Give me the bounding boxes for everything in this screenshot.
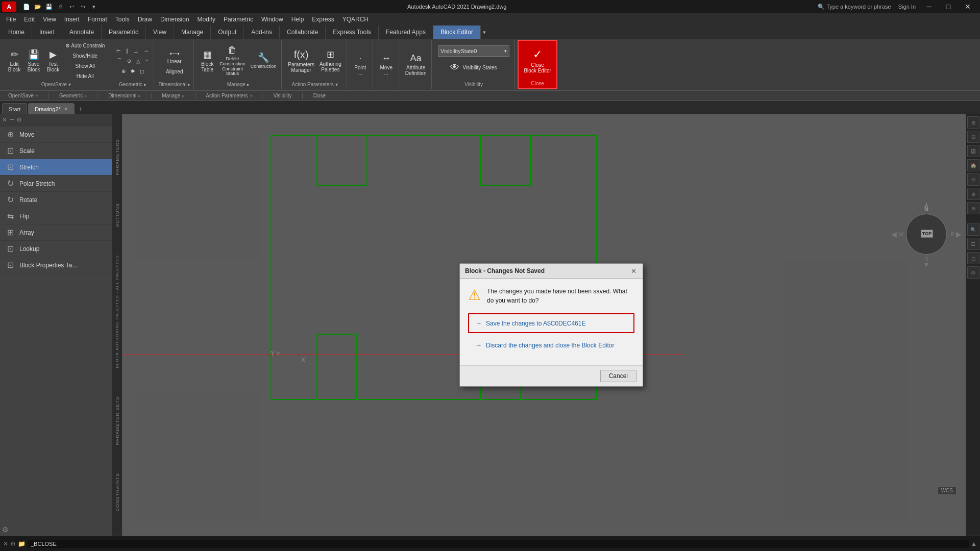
menu-file[interactable]: File: [2, 13, 20, 26]
tab-view[interactable]: View: [146, 26, 174, 39]
tab-annotate[interactable]: Annotate: [62, 26, 102, 39]
menu-yqarch[interactable]: YQARCH: [338, 13, 373, 26]
menu-format[interactable]: Format: [84, 13, 111, 26]
linear-button[interactable]: ⟷ Linear: [165, 46, 184, 67]
close-btn[interactable]: ✕: [959, 0, 977, 13]
geom-btn-4[interactable]: ↔: [141, 46, 151, 55]
menu-edit[interactable]: Edit: [20, 13, 39, 26]
tab-parametric[interactable]: Parametric: [102, 26, 146, 39]
expand-icon[interactable]: ▾: [89, 2, 99, 12]
visibility-states-button[interactable]: 👁 Visibility States: [436, 59, 511, 77]
geom-btn-10[interactable]: ✱: [129, 66, 137, 76]
open-file-icon[interactable]: 📂: [33, 2, 43, 12]
geom-btn-6[interactable]: ⊙: [125, 56, 133, 65]
cmd-folder-icon[interactable]: 📁: [18, 540, 26, 547]
command-input[interactable]: [28, 540, 969, 548]
geom-btn-7[interactable]: △: [134, 56, 142, 65]
open-save-label: Open/Save ▾: [41, 82, 71, 88]
new-tab-button[interactable]: +: [76, 104, 86, 114]
maximize-btn[interactable]: □: [939, 0, 958, 13]
palette-item-rotate[interactable]: ↻ Rotate: [0, 192, 122, 208]
palette-item-scale[interactable]: ⊡ Scale: [0, 143, 122, 159]
ribbon-group-dimensional: ⟷ Linear Aligned Dimensional ▸: [155, 40, 194, 89]
parameters-manager-button[interactable]: f(x) ParametersManager: [286, 46, 316, 76]
menu-draw[interactable]: Draw: [134, 13, 156, 26]
menu-tools[interactable]: Tools: [111, 13, 134, 26]
tab-block-editor[interactable]: Block Editor: [433, 26, 481, 39]
visibility-state-dropdown[interactable]: VisibilityState0 ▾: [438, 45, 509, 57]
authoring-palettes-button[interactable]: ⊞ AuthoringPalettes: [317, 46, 344, 76]
geom-btn-5[interactable]: ⌒: [115, 56, 124, 65]
tab-manage[interactable]: Manage: [174, 26, 211, 39]
tab-express-tools[interactable]: Express Tools: [326, 26, 378, 39]
palette-item-array[interactable]: ⊞ Array: [0, 224, 122, 241]
minimize-btn[interactable]: ─: [920, 0, 938, 13]
hide-all-button[interactable]: Hide All: [63, 71, 107, 81]
move-ribbon-button[interactable]: ↔ Move...: [377, 50, 396, 80]
palette-item-lookup[interactable]: ⊡ Lookup: [0, 241, 122, 257]
tab-featured-apps[interactable]: Featured Apps: [379, 26, 433, 39]
palette-close-icon[interactable]: ✕: [2, 116, 7, 123]
sign-in[interactable]: Sign In: [895, 4, 919, 10]
tab-drawing2[interactable]: Drawing2* ✕: [28, 103, 75, 114]
menu-express[interactable]: Express: [308, 13, 338, 26]
point-button[interactable]: · Point...: [351, 50, 370, 80]
palette-item-flip[interactable]: ⇆ Flip: [0, 208, 122, 224]
save-changes-option[interactable]: → Save the changes to A$C0DEC461E: [468, 313, 634, 333]
delete-construction-button[interactable]: 🗑 DeleteConstructionConstraintStatus: [217, 46, 248, 76]
cancel-button[interactable]: Cancel: [600, 370, 636, 382]
tab-close-icon[interactable]: ✕: [64, 106, 68, 112]
palette-options-icon[interactable]: ⚙: [16, 116, 22, 123]
show-all-button[interactable]: Show All: [63, 61, 107, 70]
tab-output[interactable]: Output: [211, 26, 244, 39]
tab-collaborate[interactable]: Collaborate: [280, 26, 326, 39]
redo-icon[interactable]: ↪: [78, 2, 88, 12]
geom-btn-8[interactable]: ≡: [143, 56, 151, 65]
construction-button[interactable]: 🔧 Construction: [249, 46, 279, 76]
palette-item-stretch[interactable]: ⊡ Stretch: [0, 159, 122, 176]
ribbon-expand[interactable]: ▾: [483, 29, 486, 36]
edit-block-button[interactable]: ✏ EditBlock: [5, 46, 23, 76]
palette-item-block-properties[interactable]: ⊡ Block Properties Ta...: [0, 257, 122, 273]
modal-close-icon[interactable]: ✕: [629, 267, 638, 275]
menu-modify[interactable]: Modify: [193, 13, 219, 26]
palette-item-polar-stretch[interactable]: ↻ Polar Stretch: [0, 176, 122, 192]
tab-insert[interactable]: Insert: [32, 26, 62, 39]
canvas-area[interactable]: Y X TOP N S E W ▲ ▼ ▶ ◀ WCS ⊞ ⊟ 🖼 🏠: [122, 114, 980, 536]
auto-constrain-button[interactable]: ⚙ Auto Constrain: [63, 41, 107, 50]
palette-pin-icon[interactable]: ⊢: [9, 116, 14, 123]
geom-btn-9[interactable]: ⊕: [119, 66, 128, 76]
menu-dimension[interactable]: Dimension: [156, 13, 193, 26]
geom-btn-2[interactable]: ∥: [124, 46, 131, 55]
cmd-close-icon[interactable]: ✕: [3, 540, 8, 547]
attribute-def-button[interactable]: Aa AttributeDefinition: [403, 50, 429, 80]
save-block-button[interactable]: 💾 SaveBlock: [24, 46, 43, 76]
tab-start[interactable]: Start: [2, 103, 27, 114]
geom-btn-3[interactable]: ⊥: [132, 46, 140, 55]
palette-item-move[interactable]: ⊕ Move: [0, 127, 122, 143]
cmd-settings-icon[interactable]: ⚙: [10, 540, 16, 547]
menu-view[interactable]: View: [39, 13, 60, 26]
save-icon[interactable]: 💾: [44, 2, 54, 12]
block-table-button[interactable]: ▦ BlockTable: [198, 46, 216, 76]
test-block-button[interactable]: ▶ TestBlock: [44, 46, 62, 76]
close-block-editor-button[interactable]: ✓ CloseBlock Editor: [522, 46, 553, 76]
show-hide-button[interactable]: Show/Hide: [63, 51, 107, 60]
cmd-scroll-up[interactable]: ▲: [971, 540, 977, 547]
tab-home[interactable]: Home: [1, 26, 32, 39]
undo-icon[interactable]: ↩: [66, 2, 77, 12]
geom-btn-11[interactable]: ◻: [138, 66, 146, 76]
palette-bottom-icon[interactable]: ⚙: [2, 525, 9, 534]
menu-window[interactable]: Window: [257, 13, 287, 26]
menu-parametric[interactable]: Parametric: [219, 13, 257, 26]
new-file-icon[interactable]: 📄: [21, 2, 32, 12]
menu-insert[interactable]: Insert: [60, 13, 84, 26]
print-icon[interactable]: 🖨: [55, 2, 65, 12]
search-box[interactable]: 🔍 Type a keyword or phrase: [815, 4, 894, 10]
linear-icon: ⟷: [169, 49, 180, 58]
geom-btn-1[interactable]: ⊢: [114, 46, 123, 55]
discard-changes-option[interactable]: → Discard the changes and close the Bloc…: [468, 335, 634, 355]
tab-addins[interactable]: Add-ins: [244, 26, 280, 39]
aligned-button[interactable]: Aligned: [164, 68, 185, 75]
menu-help[interactable]: Help: [287, 13, 308, 26]
